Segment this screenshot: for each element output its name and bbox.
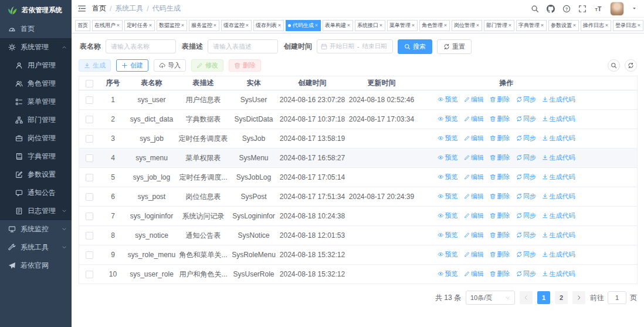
row-action-edit[interactable]: 编辑 (464, 114, 484, 123)
sidebar-item-system-monitor[interactable]: 系统监控 (0, 220, 72, 238)
row-checkbox[interactable] (86, 193, 93, 201)
sidebar-item-dict-mgmt[interactable]: 字典管理 (0, 147, 72, 166)
row-action-sync[interactable]: 同步 (516, 231, 537, 240)
tab-close-icon[interactable]: × (508, 23, 512, 28)
page-button-2[interactable]: 2 (555, 291, 568, 304)
tab-menu-mgmt[interactable]: 菜单管理× (387, 20, 418, 31)
row-action-preview[interactable]: 预览 (438, 250, 458, 259)
tab-param-settings[interactable]: 参数设置× (548, 20, 579, 31)
row-action-edit[interactable]: 编辑 (464, 250, 484, 259)
row-action-preview[interactable]: 预览 (438, 173, 458, 181)
row-action-gencode[interactable]: 生成代码 (542, 153, 575, 162)
row-action-edit[interactable]: 编辑 (464, 231, 484, 240)
tab-scheduled-tasks[interactable]: 定时任务× (124, 20, 155, 31)
row-checkbox[interactable] (86, 135, 93, 143)
row-action-preview[interactable]: 预览 (438, 192, 458, 201)
tab-close-icon[interactable]: × (213, 23, 217, 28)
tab-dict-mgmt[interactable]: 字典管理× (516, 20, 547, 31)
row-action-preview[interactable]: 预览 (438, 95, 458, 104)
sidebar-item-role-mgmt[interactable]: 角色管理 (0, 75, 72, 93)
modify-button[interactable]: 修改 (191, 59, 223, 72)
row-action-delete[interactable]: 删除 (490, 95, 510, 104)
row-action-preview[interactable]: 预览 (438, 134, 458, 143)
tab-operation-log[interactable]: 操作日志× (581, 20, 611, 31)
row-action-delete[interactable]: 删除 (490, 211, 510, 220)
sidebar-item-menu-mgmt[interactable]: 菜单管理 (0, 93, 72, 111)
tab-close-icon[interactable]: × (476, 23, 480, 28)
tab-close-icon[interactable]: × (637, 23, 641, 28)
tab-data-monitor[interactable]: 数据监控× (157, 20, 187, 31)
row-action-preview[interactable]: 预览 (438, 153, 458, 162)
page-size-select[interactable]: 10条/页 (466, 291, 515, 305)
tab-close-icon[interactable]: × (347, 23, 351, 28)
table-name-input[interactable] (106, 39, 176, 53)
search-button[interactable]: 搜索 (398, 39, 432, 54)
row-checkbox[interactable] (86, 271, 93, 278)
row-action-sync[interactable]: 同步 (516, 95, 537, 104)
tab-close-icon[interactable]: × (572, 23, 577, 28)
delete-button[interactable]: 删除 (229, 59, 261, 72)
avatar-dropdown-caret[interactable] (632, 6, 637, 11)
generate-button[interactable]: 生成 (79, 59, 111, 72)
sidebar-item-system-tools[interactable]: 系统工具 (0, 238, 72, 257)
tab-close-icon[interactable]: × (605, 23, 609, 28)
row-action-preview[interactable]: 预览 (438, 269, 458, 278)
tab-close-icon[interactable]: × (379, 23, 383, 28)
row-checkbox[interactable] (86, 251, 93, 259)
row-action-gencode[interactable]: 生成代码 (542, 95, 575, 104)
tab-login-log[interactable]: 登录日志× (613, 20, 643, 31)
row-action-sync[interactable]: 同步 (516, 134, 537, 143)
row-action-gencode[interactable]: 生成代码 (542, 250, 575, 259)
row-action-sync[interactable]: 同步 (516, 211, 537, 220)
row-action-preview[interactable]: 预览 (438, 231, 458, 240)
create-time-range-picker[interactable]: 开始日期 - 结束日期 (317, 39, 393, 53)
row-action-sync[interactable]: 同步 (516, 269, 537, 278)
page-jumper-input[interactable] (608, 291, 626, 304)
row-action-edit[interactable]: 编辑 (464, 173, 484, 181)
row-action-gencode[interactable]: 生成代码 (542, 114, 575, 123)
row-action-sync[interactable]: 同步 (516, 192, 537, 201)
row-action-sync[interactable]: 同步 (516, 114, 537, 123)
sidebar-toggle-button[interactable] (77, 4, 86, 13)
select-all-checkbox[interactable] (86, 80, 93, 87)
sidebar-item-home[interactable]: 首页 (0, 20, 72, 38)
row-checkbox[interactable] (86, 174, 93, 181)
page-button-1[interactable]: 1 (537, 291, 550, 304)
tab-close-icon[interactable]: × (277, 23, 282, 28)
navbar-header-search-button[interactable] (531, 5, 539, 13)
tab-service-monitor[interactable]: 服务监控× (189, 20, 219, 31)
row-action-edit[interactable]: 编辑 (464, 269, 484, 278)
row-action-sync[interactable]: 同步 (516, 173, 537, 181)
row-action-delete[interactable]: 删除 (490, 114, 510, 123)
import-button[interactable]: 导入 (154, 59, 186, 72)
tab-close-icon[interactable]: × (148, 23, 152, 28)
sidebar-item-user-mgmt[interactable]: 用户管理 (0, 56, 72, 75)
row-action-edit[interactable]: 编辑 (464, 95, 484, 104)
tab-online-users[interactable]: 在线用户× (92, 20, 123, 31)
tab-cache-monitor[interactable]: 缓存监控× (221, 20, 252, 31)
tab-cache-list[interactable]: 缓存列表× (253, 20, 284, 31)
tab-close-icon[interactable]: × (443, 23, 448, 28)
row-action-edit[interactable]: 编辑 (464, 211, 484, 220)
breadcrumb-item[interactable]: 首页 (92, 4, 106, 14)
tab-dept-mgmt[interactable]: 部门管理× (484, 20, 514, 31)
refresh-button[interactable] (625, 59, 637, 72)
row-action-gencode[interactable]: 生成代码 (542, 269, 575, 278)
tab-close-icon[interactable]: × (181, 23, 185, 28)
tab-home[interactable]: 首页 (75, 20, 90, 31)
tab-code-generation[interactable]: 代码生成× (286, 20, 321, 31)
row-action-preview[interactable]: 预览 (438, 114, 458, 123)
row-action-preview[interactable]: 预览 (438, 211, 458, 220)
row-checkbox[interactable] (86, 116, 93, 123)
row-action-gencode[interactable]: 生成代码 (542, 173, 575, 181)
row-action-gencode[interactable]: 生成代码 (542, 211, 575, 220)
tab-close-icon[interactable]: × (411, 23, 415, 28)
row-action-delete[interactable]: 删除 (490, 269, 510, 278)
sidebar-item-post-mgmt[interactable]: 岗位管理 (0, 129, 72, 147)
sidebar-item-dept-mgmt[interactable]: 部门管理 (0, 111, 72, 129)
row-action-delete[interactable]: 删除 (490, 153, 510, 162)
sidebar-item-param-settings[interactable]: 参数设置 (0, 166, 72, 184)
navbar-github-button[interactable] (547, 5, 555, 13)
row-action-delete[interactable]: 删除 (490, 231, 510, 240)
next-page-button[interactable] (572, 291, 585, 304)
